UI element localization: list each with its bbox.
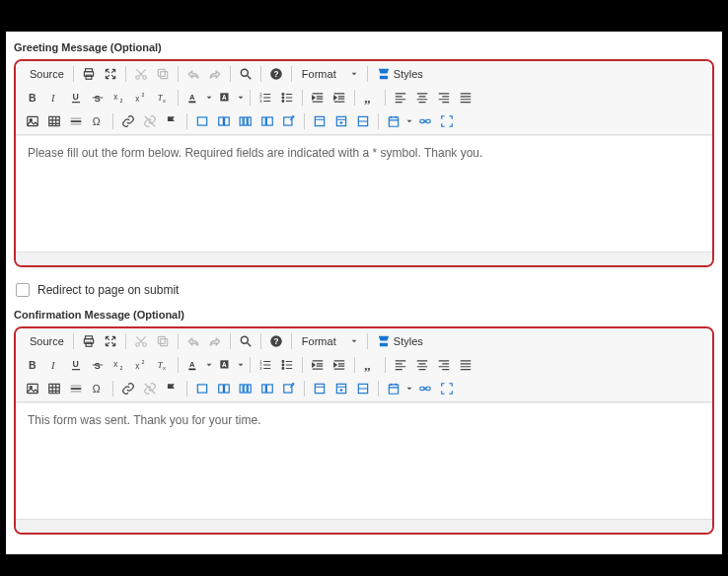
align-right-button[interactable] [433,88,455,108]
image-button[interactable] [22,379,43,398]
indent-button[interactable] [328,88,350,108]
print-button[interactable] [78,64,100,84]
special-char-button[interactable]: Ω [87,111,109,131]
maximize-button[interactable] [100,64,121,84]
widget-1-button[interactable] [309,379,330,398]
layout-1col-button[interactable] [191,111,213,131]
find-button[interactable] [235,64,256,84]
hr-button[interactable] [65,111,87,131]
styles-button[interactable]: Styles [372,331,428,351]
redo-button[interactable] [204,64,226,84]
bg-color-button[interactable]: A [214,355,236,375]
link-button[interactable] [117,379,139,398]
format-dropdown[interactable]: Format [296,64,363,84]
chevron-down-icon[interactable] [236,360,246,370]
align-right-button[interactable] [433,355,455,375]
layout-edit-button[interactable] [278,111,300,131]
help-button[interactable]: ? [265,331,287,351]
bullet-list-button[interactable] [276,355,298,375]
widget-2-button[interactable] [330,111,352,131]
layout-sidebar-button[interactable] [256,111,278,131]
format-dropdown[interactable]: Format [296,331,363,351]
hr-button[interactable] [65,379,87,398]
copy-button[interactable] [152,331,174,351]
align-justify-button[interactable] [455,88,476,108]
link-widget-button[interactable] [414,111,436,131]
subscript-button[interactable]: x2 [109,355,130,375]
numbered-list-button[interactable]: 123 [255,355,276,375]
unlink-button[interactable] [139,379,161,398]
strike-button[interactable]: S [87,355,109,375]
calendar-button[interactable] [383,379,404,398]
bullet-list-button[interactable] [276,88,298,108]
widget-2-button[interactable] [330,379,352,398]
bg-color-button[interactable]: A [214,88,236,108]
chevron-down-icon[interactable] [204,360,214,370]
expand-widget-button[interactable] [436,379,458,398]
underline-button[interactable]: U [65,355,87,375]
layout-2col-button[interactable] [213,379,235,398]
table-button[interactable] [43,111,65,131]
layout-3col-button[interactable] [235,111,256,131]
align-left-button[interactable] [390,355,411,375]
cut-button[interactable] [130,64,152,84]
superscript-button[interactable]: x2 [130,355,152,375]
link-widget-button[interactable] [414,379,436,398]
image-button[interactable] [22,111,43,131]
outdent-button[interactable] [307,88,328,108]
help-button[interactable]: ? [265,64,287,84]
blockquote-button[interactable]: ,, [359,355,381,375]
align-center-button[interactable] [411,355,433,375]
expand-widget-button[interactable] [436,111,458,131]
undo-button[interactable] [182,331,204,351]
align-left-button[interactable] [390,88,411,108]
widget-3-button[interactable] [352,379,374,398]
undo-button[interactable] [182,64,204,84]
align-justify-button[interactable] [455,355,476,375]
find-button[interactable] [235,331,256,351]
chevron-down-icon[interactable] [404,384,414,394]
confirmation-content[interactable]: This form was sent. Thank you for your t… [16,402,712,519]
remove-format-button[interactable]: Tx [152,355,174,375]
source-button[interactable]: Source [22,64,69,84]
widget-3-button[interactable] [352,111,374,131]
styles-button[interactable]: Styles [372,64,428,84]
outdent-button[interactable] [307,355,328,375]
layout-1col-button[interactable] [191,379,213,398]
special-char-button[interactable]: Ω [87,379,109,398]
print-button[interactable] [78,331,100,351]
italic-button[interactable]: I [43,88,65,108]
chevron-down-icon[interactable] [204,93,214,103]
anchor-button[interactable] [161,379,182,398]
text-color-button[interactable]: A [182,88,204,108]
superscript-button[interactable]: x2 [130,88,152,108]
italic-button[interactable]: I [43,355,65,375]
blockquote-button[interactable]: ,, [359,88,381,108]
subscript-button[interactable]: x2 [109,88,130,108]
chevron-down-icon[interactable] [236,93,246,103]
bold-button[interactable]: B [22,355,43,375]
redo-button[interactable] [204,331,226,351]
layout-3col-button[interactable] [235,379,256,398]
greeting-content[interactable]: Please fill out the form below. Required… [16,135,712,252]
copy-button[interactable] [152,64,174,84]
layout-2col-button[interactable] [213,111,235,131]
link-button[interactable] [117,111,139,131]
source-button[interactable]: Source [22,331,69,351]
widget-1-button[interactable] [309,111,330,131]
anchor-button[interactable] [161,111,182,131]
bold-button[interactable]: B [22,88,43,108]
numbered-list-button[interactable]: 123 [255,88,276,108]
strike-button[interactable]: S [87,88,109,108]
chevron-down-icon[interactable] [404,116,414,126]
align-center-button[interactable] [411,88,433,108]
calendar-button[interactable] [383,111,404,131]
redirect-checkbox[interactable] [16,283,30,297]
table-button[interactable] [43,379,65,398]
layout-edit-button[interactable] [278,379,300,398]
cut-button[interactable] [130,331,152,351]
underline-button[interactable]: U [65,88,87,108]
indent-button[interactable] [328,355,350,375]
remove-format-button[interactable]: Tx [152,88,174,108]
unlink-button[interactable] [139,111,161,131]
